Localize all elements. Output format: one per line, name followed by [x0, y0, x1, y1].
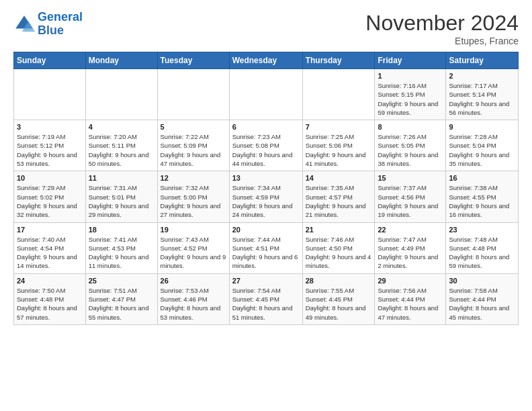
col-saturday: Saturday — [446, 52, 519, 69]
col-sunday: Sunday — [14, 52, 86, 69]
calendar-cell: 29Sunrise: 7:56 AM Sunset: 4:44 PM Dayli… — [375, 273, 446, 324]
header: General Blue November 2024 Etupes, Franc… — [13, 11, 519, 46]
day-number: 14 — [306, 174, 372, 182]
col-tuesday: Tuesday — [157, 52, 229, 69]
calendar-cell: 21Sunrise: 7:46 AM Sunset: 4:50 PM Dayli… — [302, 222, 375, 273]
calendar-cell: 8Sunrise: 7:26 AM Sunset: 5:05 PM Daylig… — [375, 120, 446, 171]
day-info: Sunrise: 7:16 AM Sunset: 5:15 PM Dayligh… — [378, 81, 443, 117]
col-monday: Monday — [85, 52, 157, 69]
day-number: 12 — [161, 174, 226, 182]
day-info: Sunrise: 7:56 AM Sunset: 4:44 PM Dayligh… — [378, 286, 443, 322]
day-info: Sunrise: 7:51 AM Sunset: 4:47 PM Dayligh… — [89, 286, 154, 322]
day-number: 25 — [89, 277, 154, 285]
calendar-cell: 16Sunrise: 7:38 AM Sunset: 4:55 PM Dayli… — [446, 171, 519, 222]
calendar-cell: 12Sunrise: 7:32 AM Sunset: 5:00 PM Dayli… — [157, 171, 229, 222]
logo-text: General Blue — [38, 11, 83, 38]
calendar-cell: 6Sunrise: 7:23 AM Sunset: 5:08 PM Daylig… — [229, 120, 302, 171]
day-number: 30 — [449, 277, 515, 285]
day-number: 10 — [17, 174, 83, 182]
calendar-cell: 7Sunrise: 7:25 AM Sunset: 5:06 PM Daylig… — [302, 120, 375, 171]
day-info: Sunrise: 7:28 AM Sunset: 5:04 PM Dayligh… — [449, 132, 515, 168]
week-row-4: 17Sunrise: 7:40 AM Sunset: 4:54 PM Dayli… — [14, 222, 519, 273]
page: General Blue November 2024 Etupes, Franc… — [0, 0, 532, 332]
col-thursday: Thursday — [302, 52, 375, 69]
day-info: Sunrise: 7:26 AM Sunset: 5:05 PM Dayligh… — [378, 132, 443, 168]
day-info: Sunrise: 7:55 AM Sunset: 4:45 PM Dayligh… — [306, 286, 372, 322]
calendar-cell: 5Sunrise: 7:22 AM Sunset: 5:09 PM Daylig… — [157, 120, 229, 171]
calendar-header-row: Sunday Monday Tuesday Wednesday Thursday… — [14, 52, 519, 69]
day-number: 20 — [232, 226, 300, 234]
day-number: 29 — [378, 277, 443, 285]
calendar-cell — [302, 69, 375, 120]
logo-line2: Blue — [38, 24, 64, 37]
calendar-cell: 19Sunrise: 7:43 AM Sunset: 4:52 PM Dayli… — [157, 222, 229, 273]
day-number: 6 — [232, 123, 300, 131]
day-info: Sunrise: 7:37 AM Sunset: 4:56 PM Dayligh… — [378, 183, 443, 219]
day-number: 16 — [449, 174, 515, 182]
day-info: Sunrise: 7:35 AM Sunset: 4:57 PM Dayligh… — [306, 183, 372, 219]
week-row-2: 3Sunrise: 7:19 AM Sunset: 5:12 PM Daylig… — [14, 120, 519, 171]
main-title: November 2024 — [365, 11, 519, 36]
logo-icon — [13, 13, 35, 35]
calendar-cell: 30Sunrise: 7:58 AM Sunset: 4:44 PM Dayli… — [446, 273, 519, 324]
day-number: 4 — [89, 123, 154, 131]
day-number: 17 — [17, 226, 83, 234]
day-info: Sunrise: 7:43 AM Sunset: 4:52 PM Dayligh… — [161, 235, 226, 271]
day-info: Sunrise: 7:23 AM Sunset: 5:08 PM Dayligh… — [232, 132, 300, 168]
day-info: Sunrise: 7:22 AM Sunset: 5:09 PM Dayligh… — [161, 132, 226, 168]
calendar-cell — [85, 69, 157, 120]
day-number: 19 — [161, 226, 226, 234]
day-number: 13 — [232, 174, 300, 182]
calendar-cell: 18Sunrise: 7:41 AM Sunset: 4:53 PM Dayli… — [85, 222, 157, 273]
day-info: Sunrise: 7:41 AM Sunset: 4:53 PM Dayligh… — [89, 235, 154, 271]
day-info: Sunrise: 7:46 AM Sunset: 4:50 PM Dayligh… — [306, 235, 372, 271]
day-number: 5 — [161, 123, 226, 131]
calendar-cell: 10Sunrise: 7:29 AM Sunset: 5:02 PM Dayli… — [14, 171, 86, 222]
day-info: Sunrise: 7:50 AM Sunset: 4:48 PM Dayligh… — [17, 286, 83, 322]
day-info: Sunrise: 7:38 AM Sunset: 4:55 PM Dayligh… — [449, 183, 515, 219]
calendar-cell: 2Sunrise: 7:17 AM Sunset: 5:14 PM Daylig… — [446, 69, 519, 120]
subtitle: Etupes, France — [365, 36, 519, 46]
calendar-cell: 4Sunrise: 7:20 AM Sunset: 5:11 PM Daylig… — [85, 120, 157, 171]
day-number: 18 — [89, 226, 154, 234]
calendar-cell: 3Sunrise: 7:19 AM Sunset: 5:12 PM Daylig… — [14, 120, 86, 171]
calendar-cell: 13Sunrise: 7:34 AM Sunset: 4:59 PM Dayli… — [229, 171, 302, 222]
week-row-3: 10Sunrise: 7:29 AM Sunset: 5:02 PM Dayli… — [14, 171, 519, 222]
calendar-cell: 9Sunrise: 7:28 AM Sunset: 5:04 PM Daylig… — [446, 120, 519, 171]
calendar: Sunday Monday Tuesday Wednesday Thursday… — [13, 52, 519, 325]
day-info: Sunrise: 7:31 AM Sunset: 5:01 PM Dayligh… — [89, 183, 154, 219]
day-info: Sunrise: 7:17 AM Sunset: 5:14 PM Dayligh… — [449, 81, 515, 117]
day-info: Sunrise: 7:25 AM Sunset: 5:06 PM Dayligh… — [306, 132, 372, 168]
day-number: 3 — [17, 123, 83, 131]
calendar-cell: 17Sunrise: 7:40 AM Sunset: 4:54 PM Dayli… — [14, 222, 86, 273]
day-number: 7 — [306, 123, 372, 131]
calendar-cell — [14, 69, 86, 120]
calendar-cell: 22Sunrise: 7:47 AM Sunset: 4:49 PM Dayli… — [375, 222, 446, 273]
day-info: Sunrise: 7:32 AM Sunset: 5:00 PM Dayligh… — [161, 183, 226, 219]
week-row-1: 1Sunrise: 7:16 AM Sunset: 5:15 PM Daylig… — [14, 69, 519, 120]
calendar-cell: 23Sunrise: 7:48 AM Sunset: 4:48 PM Dayli… — [446, 222, 519, 273]
day-info: Sunrise: 7:29 AM Sunset: 5:02 PM Dayligh… — [17, 183, 83, 219]
calendar-cell: 14Sunrise: 7:35 AM Sunset: 4:57 PM Dayli… — [302, 171, 375, 222]
calendar-cell: 26Sunrise: 7:53 AM Sunset: 4:46 PM Dayli… — [157, 273, 229, 324]
calendar-cell: 28Sunrise: 7:55 AM Sunset: 4:45 PM Dayli… — [302, 273, 375, 324]
calendar-cell: 1Sunrise: 7:16 AM Sunset: 5:15 PM Daylig… — [375, 69, 446, 120]
day-number: 15 — [378, 174, 443, 182]
day-number: 23 — [449, 226, 515, 234]
calendar-cell: 25Sunrise: 7:51 AM Sunset: 4:47 PM Dayli… — [85, 273, 157, 324]
day-number: 11 — [89, 174, 154, 182]
day-info: Sunrise: 7:53 AM Sunset: 4:46 PM Dayligh… — [161, 286, 226, 322]
week-row-5: 24Sunrise: 7:50 AM Sunset: 4:48 PM Dayli… — [14, 273, 519, 324]
day-info: Sunrise: 7:47 AM Sunset: 4:49 PM Dayligh… — [378, 235, 443, 271]
calendar-cell: 15Sunrise: 7:37 AM Sunset: 4:56 PM Dayli… — [375, 171, 446, 222]
day-number: 9 — [449, 123, 515, 131]
day-number: 26 — [161, 277, 226, 285]
col-wednesday: Wednesday — [229, 52, 302, 69]
day-info: Sunrise: 7:54 AM Sunset: 4:45 PM Dayligh… — [232, 286, 300, 322]
calendar-cell: 27Sunrise: 7:54 AM Sunset: 4:45 PM Dayli… — [229, 273, 302, 324]
day-number: 21 — [306, 226, 372, 234]
day-number: 1 — [378, 72, 443, 80]
logo-line1: General — [38, 10, 83, 24]
day-number: 22 — [378, 226, 443, 234]
day-number: 28 — [306, 277, 372, 285]
